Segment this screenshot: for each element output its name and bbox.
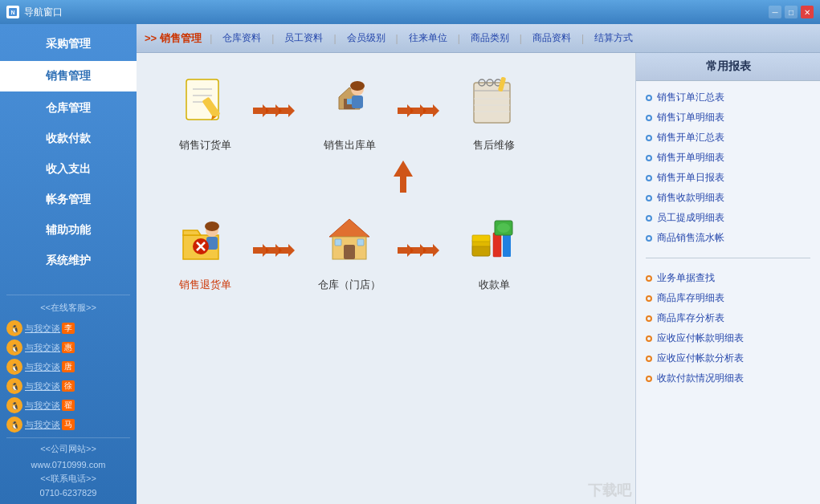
nav-tab-4[interactable]: 商品类别 [462, 27, 518, 49]
svg-rect-55 [357, 239, 364, 246]
report-item-3[interactable]: 销售开单明细表 [646, 148, 810, 168]
nav-tab-2[interactable]: 会员级别 [338, 27, 394, 49]
node-collect[interactable]: 收款单 [450, 209, 538, 292]
workflow-row-2: 销售退货单 [161, 209, 611, 292]
app-icon: N [6, 6, 19, 18]
svg-point-44 [205, 222, 219, 231]
bullet-r1 [646, 295, 652, 302]
report-item-1[interactable]: 销售订单明细表 [646, 108, 810, 128]
chat-link-3[interactable]: 与我交谈 [25, 380, 60, 392]
chat-link-5[interactable]: 与我交谈 [25, 419, 60, 431]
report-item-r2[interactable]: 商品库存分析表 [646, 308, 810, 328]
svg-text:N: N [10, 10, 14, 15]
report-item-r3[interactable]: 应收应付帐款明细表 [646, 328, 810, 348]
arrow-r2-r3 [394, 241, 450, 260]
svg-marker-41 [394, 161, 413, 193]
chat-link-1[interactable]: 与我交谈 [25, 342, 60, 354]
nav-sep-0: | [210, 27, 212, 49]
svg-point-28 [350, 81, 365, 91]
bullet-6 [646, 215, 652, 222]
minimize-button[interactable]: ─ [769, 6, 781, 18]
sales-out-label: 销售出库单 [324, 138, 376, 152]
watermark: 下载吧 [588, 481, 631, 500]
chat-item-2[interactable]: 🐧 与我交谈 唐 [0, 357, 137, 376]
report-item-2[interactable]: 销售开单汇总表 [646, 128, 810, 148]
nav-tabs: | 仓库资料 | 员工资料 | 会员级别 | 往来单位 | 商品类别 | 商品资… [210, 27, 642, 49]
sidebar-item-purchase[interactable]: 采购管理 [0, 29, 137, 59]
svg-marker-22 [279, 104, 295, 117]
nav-sep-1: | [271, 27, 274, 49]
svg-rect-53 [344, 245, 355, 259]
svg-text:🐧: 🐧 [10, 421, 20, 430]
sales-return-icon [173, 209, 237, 273]
chat-item-4[interactable]: 🐧 与我交谈 翟 [0, 396, 137, 415]
report-item-5[interactable]: 销售收款明细表 [646, 188, 810, 208]
node-sales-order[interactable]: 销售订货单 [161, 69, 249, 152]
bullet-7 [646, 235, 652, 242]
report-divider [646, 258, 810, 258]
nav-tab-5[interactable]: 商品资料 [524, 27, 580, 49]
sidebar-item-payment[interactable]: 收款付款 [0, 124, 137, 154]
sidebar-item-system[interactable]: 系统维护 [0, 246, 137, 276]
report-item-r5[interactable]: 收款付款情况明细表 [646, 368, 810, 388]
report-item-r1[interactable]: 商品库存明细表 [646, 288, 810, 308]
website-url[interactable]: www.0710999.com [0, 457, 137, 471]
bullet-4 [646, 175, 652, 181]
chat-badge-4: 翟 [62, 400, 75, 411]
chat-item-0[interactable]: 🐧 与我交谈 李 [0, 319, 137, 338]
sidebar-item-assist[interactable]: 辅助功能 [0, 215, 137, 246]
arrow-1-2 [249, 101, 305, 120]
chat-badge-5: 马 [62, 419, 75, 430]
nav-sep-3: | [396, 27, 398, 49]
nav-tab-0[interactable]: 仓库资料 [214, 27, 270, 49]
chat-badge-1: 惠 [62, 342, 75, 353]
node-sales-out[interactable]: 销售出库单 [305, 69, 394, 152]
sidebar-item-income[interactable]: 收入支出 [0, 154, 137, 185]
node-warehouse[interactable]: 仓库（门店） [305, 209, 394, 292]
chat-link-0[interactable]: 与我交谈 [25, 323, 60, 335]
report-item-4[interactable]: 销售开单日报表 [646, 168, 810, 188]
report-item-r0[interactable]: 业务单据查找 [646, 268, 810, 288]
svg-text:🐧: 🐧 [10, 363, 20, 372]
arrow-2-3 [394, 101, 450, 120]
bullet-1 [646, 115, 652, 121]
bullet-3 [646, 155, 652, 161]
svg-text:🐧: 🐧 [10, 401, 20, 411]
svg-text:🐧: 🐧 [10, 382, 20, 392]
bullet-r3 [646, 335, 652, 342]
close-button[interactable]: ✕ [801, 6, 814, 18]
chat-item-1[interactable]: 🐧 与我交谈 惠 [0, 338, 137, 357]
website-label: <<公司网站>> [0, 440, 137, 457]
chat-item-5[interactable]: 🐧 与我交谈 马 [0, 415, 137, 434]
content-area: >> 销售管理 | 仓库资料 | 员工资料 | 会员级别 | 往来单位 | 商品… [137, 24, 820, 504]
svg-rect-54 [335, 239, 341, 246]
svg-rect-27 [352, 96, 363, 108]
nav-tab-3[interactable]: 往来单位 [400, 27, 456, 49]
nav-tab-1[interactable]: 员工资料 [275, 27, 332, 49]
report-item-0[interactable]: 销售订单汇总表 [646, 87, 810, 108]
chat-link-2[interactable]: 与我交谈 [25, 361, 60, 373]
sidebar-item-sales[interactable]: 销售管理 [0, 61, 137, 91]
content-body: 销售订货单 [137, 53, 820, 504]
report-item-r4[interactable]: 应收应付帐款分析表 [646, 348, 810, 368]
online-service-label: <<在线客服>> [0, 297, 137, 319]
sidebar-item-account[interactable]: 帐务管理 [0, 185, 137, 215]
nav-sep-2: | [333, 27, 336, 49]
chat-link-4[interactable]: 与我交谈 [25, 400, 60, 412]
svg-rect-61 [472, 235, 490, 242]
right-panel: 常用报表 销售订单汇总表 销售订单明细表 销售开单汇总表 [635, 53, 820, 504]
report-item-6[interactable]: 员工提成明细表 [646, 208, 810, 228]
nav-tab-6[interactable]: 结算方式 [585, 27, 642, 49]
workflow-row-1: 销售订货单 [161, 69, 611, 152]
report-item-7[interactable]: 商品销售流水帐 [646, 228, 810, 248]
bullet-0 [646, 95, 652, 101]
node-after-sale[interactable]: 售后维修 [450, 69, 538, 152]
sidebar-item-warehouse[interactable]: 仓库管理 [0, 93, 137, 124]
after-sale-label: 售后维修 [473, 138, 515, 152]
svg-rect-62 [493, 233, 501, 257]
chat-item-3[interactable]: 🐧 与我交谈 徐 [0, 376, 137, 396]
maximize-button[interactable]: □ [785, 6, 798, 18]
svg-marker-58 [423, 244, 439, 257]
chat-badge-0: 李 [62, 323, 75, 334]
node-sales-return[interactable]: 销售退货单 [161, 209, 249, 292]
